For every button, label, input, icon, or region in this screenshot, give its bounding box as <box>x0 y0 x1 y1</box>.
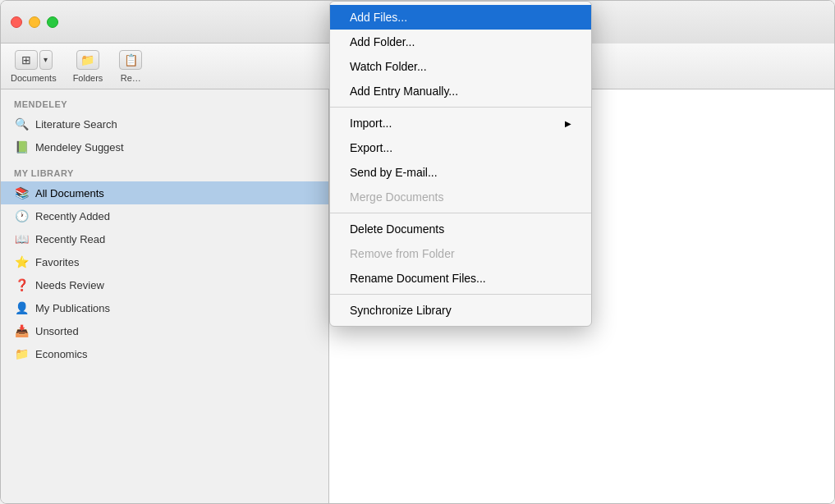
sidebar-item-all-documents[interactable]: 📚 All Documents <box>1 181 328 204</box>
traffic-lights <box>11 16 58 28</box>
references-toolbar-btn[interactable]: 📋 Re… <box>119 50 142 83</box>
documents-icon-group: ⊞ ▾ <box>15 50 53 70</box>
menu-item-add-folder[interactable]: Add Folder... <box>330 30 591 54</box>
separator-1 <box>330 107 591 108</box>
menu-item-export[interactable]: Export... <box>330 135 591 160</box>
suggest-icon: 📗 <box>14 140 29 154</box>
merge-documents-label: Merge Documents <box>350 190 443 204</box>
sidebar-item-recently-read[interactable]: 📖 Recently Read <box>1 227 328 250</box>
export-label: Export... <box>350 141 392 154</box>
literature-search-label: Literature Search <box>35 118 117 131</box>
separator-3 <box>330 294 591 295</box>
economics-icon: 📁 <box>14 346 29 361</box>
folders-icon: 📁 <box>76 50 99 70</box>
menu-item-rename-document-files[interactable]: Rename Document Files... <box>330 266 591 291</box>
maximize-button[interactable] <box>47 16 58 28</box>
menu-item-remove-from-folder: Remove from Folder <box>330 241 591 266</box>
favorites-label: Favorites <box>35 256 79 268</box>
delete-documents-label: Delete Documents <box>350 222 444 236</box>
sidebar-item-mendeley-suggest[interactable]: 📗 Mendeley Suggest <box>1 135 328 158</box>
add-document-icon: ⊞ <box>15 50 38 70</box>
recently-added-label: Recently Added <box>35 210 110 222</box>
folders-toolbar-btn[interactable]: 📁 Folders <box>73 50 103 83</box>
main-window: File Edit View Tools Help ⊞ ▾ Documents … <box>0 0 835 504</box>
sidebar-item-unsorted[interactable]: 📥 Unsorted <box>1 319 328 342</box>
separator-2 <box>330 213 591 213</box>
sidebar-item-favorites[interactable]: ⭐ Favorites <box>1 250 328 273</box>
synchronize-library-label: Synchronize Library <box>350 304 452 317</box>
sidebar-item-needs-review[interactable]: ❓ Needs Review <box>1 273 328 296</box>
menu-item-import[interactable]: Import... ▶ <box>330 111 591 135</box>
menu-item-delete-documents[interactable]: Delete Documents <box>330 217 591 241</box>
add-folder-label: Add Folder... <box>350 35 415 48</box>
my-library-section-label: MY LIBRARY <box>1 158 328 181</box>
favorites-icon: ⭐ <box>14 254 29 269</box>
sidebar: MENDELEY 🔍 Literature Search 📗 Mendeley … <box>1 89 329 503</box>
needs-review-label: Needs Review <box>35 279 104 291</box>
recently-read-label: Recently Read <box>35 233 105 245</box>
minimize-button[interactable] <box>29 16 40 28</box>
search-icon: 🔍 <box>14 117 29 131</box>
references-icon: 📋 <box>119 50 142 70</box>
documents-dropdown-arrow[interactable]: ▾ <box>39 50 53 70</box>
recently-read-icon: 📖 <box>14 231 29 246</box>
menu-item-add-entry-manually[interactable]: Add Entry Manually... <box>330 79 591 103</box>
menu-item-add-files[interactable]: Add Files... <box>330 5 591 30</box>
all-documents-icon: 📚 <box>14 186 29 200</box>
menu-item-synchronize-library[interactable]: Synchronize Library <box>330 298 591 323</box>
folders-label: Folders <box>73 73 103 83</box>
send-by-email-label: Send by E-mail... <box>350 166 438 179</box>
menu-item-merge-documents: Merge Documents <box>330 185 591 209</box>
references-icon-group: 📋 <box>119 50 142 70</box>
sidebar-item-recently-added[interactable]: 🕐 Recently Added <box>1 204 328 227</box>
sidebar-item-literature-search[interactable]: 🔍 Literature Search <box>1 112 328 135</box>
add-files-label: Add Files... <box>350 11 407 24</box>
menu-item-watch-folder[interactable]: Watch Folder... <box>330 54 591 79</box>
unsorted-label: Unsorted <box>35 325 79 337</box>
references-label: Re… <box>121 73 141 83</box>
mendeley-suggest-label: Mendeley Suggest <box>35 141 124 153</box>
documents-toolbar-btn[interactable]: ⊞ ▾ Documents <box>11 50 57 83</box>
all-documents-label: All Documents <box>35 187 104 199</box>
unsorted-icon: 📥 <box>14 323 29 338</box>
my-publications-label: My Publications <box>35 302 110 314</box>
needs-review-icon: ❓ <box>14 277 29 292</box>
remove-from-folder-label: Remove from Folder <box>350 247 455 260</box>
economics-label: Economics <box>35 348 88 360</box>
sidebar-item-my-publications[interactable]: 👤 My Publications <box>1 296 328 319</box>
my-publications-icon: 👤 <box>14 300 29 315</box>
close-button[interactable] <box>11 16 22 28</box>
watch-folder-label: Watch Folder... <box>350 60 427 73</box>
menu-item-send-by-email[interactable]: Send by E-mail... <box>330 160 591 185</box>
sidebar-item-economics[interactable]: 📁 Economics <box>1 342 328 365</box>
folders-icon-group: 📁 <box>76 50 99 70</box>
file-dropdown-menu: Add Files... Add Folder... Watch Folder.… <box>329 1 592 327</box>
import-label: Import... <box>350 117 392 130</box>
import-submenu-arrow: ▶ <box>565 119 571 128</box>
recently-added-icon: 🕐 <box>14 208 29 223</box>
add-entry-manually-label: Add Entry Manually... <box>350 85 458 98</box>
documents-label: Documents <box>11 73 57 83</box>
mendeley-section-label: MENDELEY <box>1 89 328 112</box>
rename-document-files-label: Rename Document Files... <box>350 272 486 285</box>
